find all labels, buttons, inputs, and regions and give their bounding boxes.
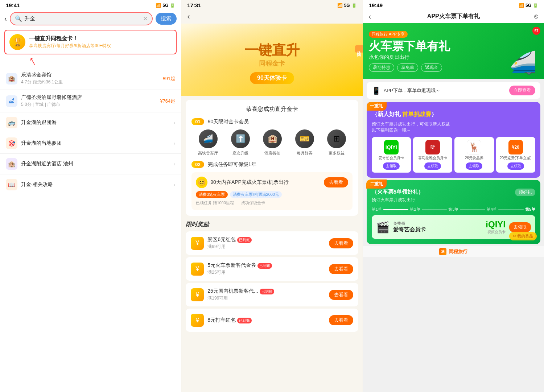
gift-section2-desc: 预订火车票并成功出行 bbox=[372, 197, 535, 203]
task-footer: 已领任务 赠1000里程 成功保级金卡 bbox=[196, 200, 348, 206]
status-bar-p1: 19:41 📶 5G 🔋 bbox=[0, 0, 181, 10]
gift-card-drink[interactable]: 🦌 26元饮品券 去领取 bbox=[454, 137, 494, 173]
reward-card-1[interactable]: ¥ 景区6元红包已到账 满99可用 去看看 bbox=[186, 231, 358, 255]
reward-info-3: 25元国内机票新客代...已到账 满199可用 bbox=[207, 288, 325, 301]
search-button[interactable]: 搜索 bbox=[156, 13, 177, 25]
gift-section-1: 一重礼 ｛新人好礼 首单挑战赛｝ 预订火车票并成功出行，可领取新人权益以下福利四… bbox=[367, 102, 540, 178]
status-icons-p1: 📶 5G 🔋 bbox=[156, 3, 175, 8]
reward-name-2: 5元火车票新客代金券已到账 bbox=[207, 262, 325, 269]
list-item-hotel2[interactable]: 🏕 广德圣境泊崖野奢帐篷酒店 5.0分 | 宜城 | 广德市 ¥764起 bbox=[0, 90, 181, 112]
status-bar-p2: 17:31 📶 5G 🔋 bbox=[181, 0, 362, 10]
reward-btn-3[interactable]: 去看看 bbox=[329, 290, 353, 300]
reward-card-3[interactable]: ¥ 25元国内机票新客代...已到账 满199可用 去看看 bbox=[186, 283, 358, 306]
reward-btn-4[interactable]: 去看看 bbox=[329, 315, 353, 325]
gift-card-money[interactable]: ¥20 20元返费(下单立减) 去领取 bbox=[496, 137, 535, 173]
limited-title: 限时奖励 bbox=[186, 221, 358, 228]
step-label-5: 第5单 bbox=[525, 207, 535, 212]
reward-badge-1: 已到账 bbox=[237, 237, 252, 243]
card-subtitle: 享高铁贵宾厅/每月好券/9折酒店等30+特权 bbox=[29, 43, 172, 49]
benefit-more-label: 更多权益 bbox=[329, 150, 345, 156]
task-go-button[interactable]: 去看看 bbox=[324, 177, 348, 187]
hotel-icon-1: 🏨 bbox=[6, 73, 17, 84]
hotel-sub-1: 4.7分 距您约36.1公里 bbox=[21, 79, 159, 85]
arrow-wrap: ↑ bbox=[22, 57, 181, 67]
nearby-icon: 🏨 bbox=[6, 158, 17, 170]
drink-get-button[interactable]: 去领取 bbox=[466, 162, 482, 170]
back-button-p2[interactable]: ‹ bbox=[181, 10, 362, 24]
green-tags: 暑期特惠 享免单 返现金 bbox=[369, 63, 509, 72]
reward-cond-3: 满199可用 bbox=[207, 295, 325, 301]
green-tag-3: 返现金 bbox=[421, 63, 442, 72]
list-item-local1[interactable]: 🎯 升金湖的当地参团 › bbox=[0, 133, 181, 154]
green-banner: 同程旅行 APP专享 火车票下单有礼 承包你的夏日出行 暑期特惠 享免单 返现金… bbox=[363, 23, 544, 79]
reward-badge-2: 已到账 bbox=[257, 263, 272, 269]
free-label: 免费领 bbox=[393, 221, 482, 226]
search-input-wrap[interactable]: 🔍 ✕ bbox=[10, 12, 153, 25]
benefit-coupon-icon: 🎫 bbox=[295, 129, 314, 148]
search-results-list: 🏨 乐清盛金宾馆 4.7分 距您约36.1公里 ¥91起 🏕 广德圣境泊崖野奢帐… bbox=[0, 67, 181, 392]
guide-icon: 📖 bbox=[6, 179, 17, 190]
iqiyi-logo: iQIYI bbox=[384, 140, 399, 154]
my-prize-button[interactable]: ✉ 我的奖品 bbox=[509, 232, 537, 240]
green-tag-1: 暑期特惠 bbox=[369, 63, 394, 72]
claim-label[interactable]: 领好礼 bbox=[515, 189, 535, 196]
status-icons-p2: 📶 5G 🔋 bbox=[337, 3, 357, 8]
list-item-hotel1[interactable]: 🏨 乐清盛金宾馆 4.7分 距您约36.1公里 ¥91起 bbox=[0, 67, 181, 90]
reward-icon-4: ¥ bbox=[191, 314, 204, 327]
back-button-p3[interactable]: ‹ bbox=[369, 12, 371, 21]
activity-side[interactable]: 活动规则 bbox=[355, 45, 363, 53]
reward-badge-4: 已到账 bbox=[237, 318, 252, 323]
benefit-train-icon: 🚄 bbox=[199, 129, 218, 148]
iqiyi-logo-wrap: iQIYI 视频会员卡 bbox=[486, 219, 506, 235]
task-title: 90天内在APP完成火车票/机票出行 bbox=[210, 179, 321, 186]
iqiyi-big-get-button[interactable]: 去领取 bbox=[509, 222, 531, 232]
reward-name-1: 景区6元红包已到账 bbox=[207, 236, 325, 243]
search-input[interactable] bbox=[24, 16, 141, 22]
gift-section-desc-1: 预订火车票并成功出行，可领取新人权益以下福利四选一哦～ bbox=[372, 121, 535, 133]
list-item-tour1[interactable]: 🚌 升金湖的跟团游 › bbox=[0, 112, 181, 133]
reward-card-2[interactable]: ¥ 5元火车票新客代金券已到账 满25可用 去看看 bbox=[186, 257, 358, 281]
deer-logo: 🦌 bbox=[467, 140, 481, 154]
promo-scroll: 同程旅行 APP专享 火车票下单有礼 承包你的夏日出行 暑期特惠 享免单 返现金… bbox=[363, 23, 544, 392]
reward-icon-3: ¥ bbox=[191, 288, 204, 301]
promo-icon: 📱 bbox=[372, 86, 381, 95]
success-title: 恭喜您成功直升金卡 bbox=[191, 106, 352, 113]
reward-icon-2: ¥ bbox=[191, 263, 204, 276]
benefit-hotel-icon: 🏨 bbox=[263, 129, 282, 148]
network-p2: 5G bbox=[344, 3, 350, 8]
promo-view-button[interactable]: 立即查看 bbox=[509, 86, 535, 95]
iqiyi-get-button[interactable]: 去领取 bbox=[383, 162, 400, 170]
reward-cond-1: 满99可用 bbox=[207, 244, 325, 250]
gift-card-ximalaya[interactable]: 听 喜马拉雅会员月卡 去领取 bbox=[413, 137, 452, 173]
reward-card-4[interactable]: ¥ 8元打车红包已到账 去看看 bbox=[186, 309, 358, 332]
title-bar-p3: ‹ APP火车票下单有礼 ⎋ bbox=[363, 10, 544, 23]
promo-bar: 📱 APP下单，享单单返现哦～ 立即查看 bbox=[367, 82, 540, 99]
gift-card-iqiyi[interactable]: iQIYI 爱奇艺会员月卡 去领取 bbox=[372, 137, 411, 173]
back-button-p1[interactable]: ‹ bbox=[4, 15, 7, 23]
card-text: 一键直升同程金卡！ 享高铁贵宾厅/每月好券/9折酒店等30+特权 bbox=[29, 35, 172, 49]
reward-btn-2[interactable]: 去看看 bbox=[329, 264, 353, 274]
benefit-hotel: 🏨 酒店折扣 bbox=[263, 129, 282, 156]
bottom-brand-bar: 途 同程旅行 bbox=[363, 246, 544, 257]
list-item-nearby[interactable]: 🏨 升金湖附近的酒店 池州 › bbox=[0, 154, 181, 174]
money-get-button[interactable]: 去领取 bbox=[507, 162, 524, 170]
local-content-1: 升金湖的当地参团 bbox=[21, 140, 170, 147]
progress-bar-1 bbox=[383, 209, 409, 210]
progress-bar-4 bbox=[498, 209, 524, 210]
nearby-content: 升金湖附近的酒店 池州 bbox=[21, 161, 170, 167]
time-p1: 19:41 bbox=[6, 2, 20, 8]
reward-name-3: 25元国内机票新客代...已到账 bbox=[207, 288, 325, 294]
share-button[interactable]: ⎋ bbox=[534, 13, 538, 20]
benefit-more-icon: ⊞ bbox=[327, 129, 346, 148]
prize-icon: ✉ bbox=[513, 234, 516, 238]
search-bar: ‹ 🔍 ✕ 搜索 bbox=[0, 10, 181, 28]
page-title: APP火车票下单有礼 bbox=[427, 13, 480, 20]
highlight-card[interactable]: 🏆 一键直升同程金卡！ 享高铁贵宾厅/每月好券/9折酒店等30+特权 bbox=[4, 30, 177, 54]
iqiyi-big-text-wrap: 免费领 爱奇艺会员卡 bbox=[393, 221, 482, 233]
reward-btn-1[interactable]: 去看看 bbox=[329, 238, 353, 248]
clear-button[interactable]: ✕ bbox=[143, 15, 148, 22]
ximalaya-get-button[interactable]: 去领取 bbox=[424, 162, 441, 170]
list-item-guide[interactable]: 📖 升金·相关攻略 › bbox=[0, 174, 181, 195]
iqiyi-big-icon: 🎬 bbox=[376, 221, 390, 234]
reward-info-1: 景区6元红包已到账 满99可用 bbox=[207, 236, 325, 250]
